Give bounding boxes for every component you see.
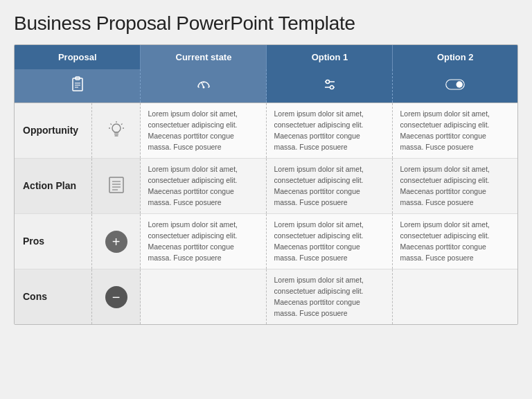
list-icon <box>106 175 127 195</box>
icon-cell-proposal <box>15 69 141 103</box>
lorem-text: Lorem ipsum dolor sit amet, consectetuer… <box>148 165 238 206</box>
lorem-text: Lorem ipsum dolor sit amet, consectetuer… <box>274 109 364 150</box>
row-opportunity: Opportunity Lorem ipsum <box>15 103 517 159</box>
content-pros-current: Lorem ipsum dolor sit amet, consectetuer… <box>141 214 267 269</box>
content-cons-opt2 <box>393 269 517 325</box>
svg-rect-22 <box>109 177 123 193</box>
row-cons: Cons − Lorem ipsum dolor sit amet, conse… <box>15 269 517 325</box>
speedometer-icon <box>194 75 213 94</box>
sliders-icon <box>320 75 339 94</box>
svg-point-6 <box>202 87 204 89</box>
lorem-text: Lorem ipsum dolor sit amet, consectetuer… <box>274 165 364 206</box>
row-actionplan: Action Plan Lorem ipsum dolor sit amet, … <box>15 159 517 214</box>
label-actionplan: Action Plan <box>15 159 91 214</box>
header-option2: Option 2 <box>393 45 517 69</box>
content-cons-current <box>141 269 267 325</box>
page-title: Business Proposal PowerPoint Template <box>14 12 518 35</box>
content-actionplan-opt2: Lorem ipsum dolor sit amet, consectetuer… <box>393 159 517 214</box>
header-option1: Option 1 <box>267 45 393 69</box>
svg-point-13 <box>330 86 333 89</box>
icon-cell-option2 <box>393 69 517 103</box>
header-proposal: Proposal <box>15 45 141 69</box>
lorem-text: Lorem ipsum dolor sit amet, consectetuer… <box>400 165 490 206</box>
content-opportunity-opt1: Lorem ipsum dolor sit amet, consectetuer… <box>267 103 393 159</box>
icon-actionplan <box>91 159 141 214</box>
svg-line-18 <box>110 123 112 125</box>
lorem-text: Lorem ipsum dolor sit amet, consectetuer… <box>400 109 490 150</box>
content-actionplan-opt1: Lorem ipsum dolor sit amet, consectetuer… <box>267 159 393 214</box>
label-cons: Cons <box>15 269 91 325</box>
icon-cons: − <box>91 269 141 325</box>
svg-line-19 <box>121 123 123 125</box>
plus-icon: + <box>105 231 127 253</box>
header-row: Proposal Current state Option 1 Option 2 <box>15 45 517 69</box>
icon-row <box>15 69 517 103</box>
icon-opportunity <box>91 103 141 159</box>
icon-cell-option1 <box>267 69 393 103</box>
content-cons-opt1: Lorem ipsum dolor sit amet, consectetuer… <box>267 269 393 325</box>
row-pros: Pros + Lorem ipsum dolor sit amet, conse… <box>15 214 517 269</box>
toggle-icon <box>445 75 465 94</box>
icon-cell-current <box>141 69 267 103</box>
clipboard-icon <box>68 75 87 94</box>
svg-point-15 <box>456 81 463 87</box>
lorem-text: Lorem ipsum dolor sit amet, consectetuer… <box>148 109 238 150</box>
content-opportunity-opt2: Lorem ipsum dolor sit amet, consectetuer… <box>393 103 517 159</box>
content-opportunity-current: Lorem ipsum dolor sit amet, consectetuer… <box>141 103 267 159</box>
svg-point-16 <box>112 124 121 132</box>
lorem-text: Lorem ipsum dolor sit amet, consectetuer… <box>274 276 364 317</box>
lightbulb-icon <box>106 119 127 140</box>
content-actionplan-current: Lorem ipsum dolor sit amet, consectetuer… <box>141 159 267 214</box>
lorem-text: Lorem ipsum dolor sit amet, consectetuer… <box>148 220 238 261</box>
label-pros: Pros <box>15 214 91 269</box>
lorem-text: Lorem ipsum dolor sit amet, consectetuer… <box>274 220 364 261</box>
icon-pros: + <box>91 214 141 269</box>
page: Business Proposal PowerPoint Template Pr… <box>0 0 532 399</box>
content-pros-opt2: Lorem ipsum dolor sit amet, consectetuer… <box>393 214 517 269</box>
minus-icon: − <box>105 286 127 308</box>
label-opportunity: Opportunity <box>15 103 91 159</box>
content-pros-opt1: Lorem ipsum dolor sit amet, consectetuer… <box>267 214 393 269</box>
header-current-state: Current state <box>141 45 267 69</box>
lorem-text: Lorem ipsum dolor sit amet, consectetuer… <box>400 220 490 261</box>
proposal-table: Proposal Current state Option 1 Option 2 <box>14 44 518 325</box>
svg-point-11 <box>326 80 329 84</box>
